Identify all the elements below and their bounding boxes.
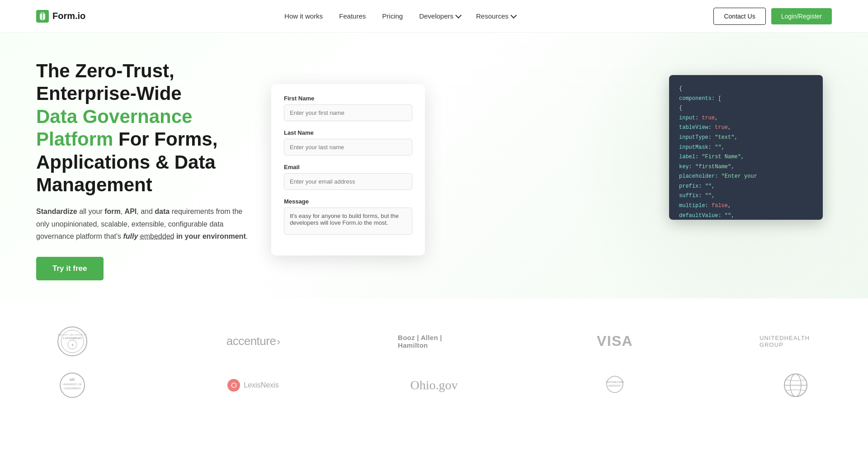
lastname-input[interactable]	[284, 139, 412, 156]
email-input[interactable]	[284, 173, 412, 190]
nav-developers[interactable]: Developers	[419, 12, 460, 20]
code-line: inputMask: "",	[679, 143, 813, 153]
code-line: {	[679, 84, 813, 94]
code-line: tableView: true,	[679, 123, 813, 133]
code-line: input: true,	[679, 113, 813, 123]
northwestern-seal: NORTHWESTERN UNIVERSITY	[606, 375, 624, 393]
form-field-firstname: First Name	[284, 95, 412, 121]
logo-link[interactable]: Form.io	[36, 10, 85, 23]
nav-how-it-works[interactable]: How it works	[284, 12, 323, 20]
main-nav: Form.io How it works Features Pricing De…	[0, 0, 868, 33]
svg-text:UNIVERSITY OF: UNIVERSITY OF	[63, 383, 82, 386]
hero-title: The Zero-Trust, Enterprise-Wide Data Gov…	[36, 60, 253, 196]
globe-svg	[782, 372, 809, 399]
svg-text:CANTERBURY: CANTERBURY	[63, 337, 82, 340]
code-line: placeholder: "Enter your	[679, 172, 813, 182]
formio-logo-icon	[36, 10, 49, 23]
logos-section: THE CITY AND COUNTY OF CANTERBURY ⚜ acce…	[0, 298, 868, 431]
nav-links: How it works Features Pricing Developers…	[284, 12, 515, 20]
logo-city-seal: THE CITY AND COUNTY OF CANTERBURY ⚜	[36, 326, 108, 357]
form-field-message: Message It's easy for anyone to build fo…	[284, 198, 412, 236]
svg-text:CANTERBURY: CANTERBURY	[64, 387, 81, 390]
uc-seal-svg: UC UNIVERSITY OF CANTERBURY	[59, 372, 86, 399]
logos-row-1: THE CITY AND COUNTY OF CANTERBURY ⚜ acce…	[36, 326, 832, 357]
code-line: components: [	[679, 94, 813, 104]
message-label: Message	[284, 198, 412, 205]
code-line: inputType: "text",	[679, 133, 813, 143]
logo-ohio-gov: Ohio.gov	[398, 378, 470, 392]
code-line: suffix: "",	[679, 191, 813, 201]
logo-uc: UC UNIVERSITY OF CANTERBURY	[36, 372, 108, 399]
code-line: key: "firstName",	[679, 162, 813, 172]
logo-accenture: accenture›	[217, 334, 289, 348]
code-line: label: "First Name",	[679, 152, 813, 162]
nav-actions: Contact Us Login/Register	[713, 8, 832, 25]
svg-text:⚜: ⚜	[71, 343, 74, 347]
nav-pricing[interactable]: Pricing	[382, 12, 403, 20]
svg-text:UC: UC	[70, 378, 75, 382]
contact-us-button[interactable]: Contact Us	[713, 8, 765, 25]
chevron-down-icon	[510, 12, 517, 18]
login-register-button[interactable]: Login/Register	[771, 8, 832, 24]
message-textarea[interactable]: It's easy for anyone to build forms, but…	[284, 208, 412, 235]
hero-visual: First Name Last Name Email Message It's …	[253, 75, 832, 265]
firstname-label: First Name	[284, 95, 412, 102]
nav-resources[interactable]: Resources	[476, 12, 515, 20]
code-line: multiple: false,	[679, 201, 813, 211]
email-label: Email	[284, 164, 412, 170]
logo-visa: VISA	[579, 333, 651, 350]
logo-lexisnexis: ⬡ LexisNexis	[217, 379, 289, 392]
logo-unitedhealth: UNITEDHEALTH GROUP	[760, 335, 832, 348]
form-field-email: Email	[284, 164, 412, 190]
code-line: prefix: "",	[679, 182, 813, 192]
logos-row-2: UC UNIVERSITY OF CANTERBURY ⬡ LexisNexis…	[36, 372, 832, 399]
chevron-down-icon	[455, 12, 462, 18]
hero-content: The Zero-Trust, Enterprise-Wide Data Gov…	[36, 60, 253, 280]
try-it-free-button[interactable]: Try it free	[36, 257, 104, 280]
form-mockup: First Name Last Name Email Message It's …	[271, 84, 425, 255]
logo-booz-allen: Booz | Allen | Hamilton	[398, 334, 470, 349]
code-line: {	[679, 104, 813, 113]
svg-text:UNIVERSITY: UNIVERSITY	[608, 384, 622, 387]
firstname-input[interactable]	[284, 104, 412, 121]
logo-northwestern: NORTHWESTERN UNIVERSITY	[579, 375, 651, 395]
svg-text:NORTHWESTERN: NORTHWESTERN	[606, 381, 624, 383]
logo-globe	[760, 372, 832, 399]
code-mockup: { components: [ { input: true, tableView…	[669, 75, 823, 220]
nav-features[interactable]: Features	[339, 12, 366, 20]
hero-description: Standardize all your form, API, and data…	[36, 205, 253, 242]
code-line: defaultValue: "",	[679, 211, 813, 220]
form-field-lastname: Last Name	[284, 129, 412, 156]
logo-text: Form.io	[52, 11, 85, 21]
hero-section: The Zero-Trust, Enterprise-Wide Data Gov…	[0, 33, 868, 298]
seal-svg: THE CITY AND COUNTY OF CANTERBURY ⚜	[57, 326, 88, 357]
svg-text:THE CITY AND COUNTY OF: THE CITY AND COUNTY OF	[58, 334, 87, 336]
lastname-label: Last Name	[284, 129, 412, 136]
svg-point-1	[58, 327, 87, 356]
